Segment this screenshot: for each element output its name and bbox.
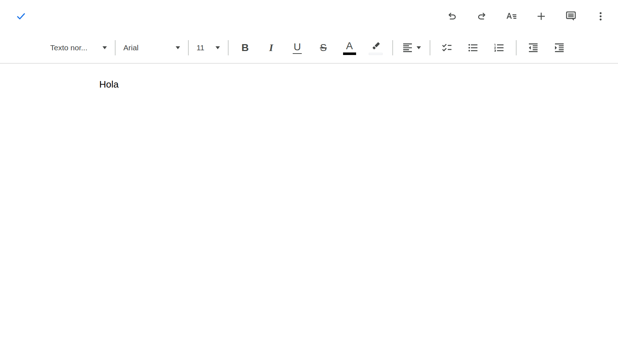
- font-value: Arial: [124, 43, 139, 52]
- formatting-toolbar: Texto nor... Arial 11 B I U S: [0, 33, 618, 64]
- comments-button[interactable]: [564, 9, 578, 24]
- outdent-icon: [527, 42, 539, 54]
- list-group: [438, 37, 508, 59]
- check-icon: [16, 11, 26, 22]
- align-dropdown[interactable]: [401, 37, 422, 59]
- underline-glyph: U: [293, 42, 301, 54]
- underline-button[interactable]: U: [289, 37, 306, 59]
- text-color-button[interactable]: A: [341, 37, 358, 59]
- toolbar-divider: [430, 40, 430, 55]
- strikethrough-button[interactable]: S: [315, 37, 332, 59]
- insert-button[interactable]: [534, 9, 548, 24]
- google-docs-editor: Texto nor... Arial 11 B I U S: [0, 0, 618, 364]
- toolbar-divider: [392, 40, 393, 55]
- highlight-color-button[interactable]: [367, 37, 384, 59]
- indent-button[interactable]: [551, 37, 568, 59]
- toolbar-divider: [188, 40, 189, 55]
- highlight-color-indicator: [369, 53, 383, 55]
- chevron-down-icon: [103, 46, 107, 49]
- text-format-icon: [506, 10, 517, 22]
- more-options-button[interactable]: [593, 9, 608, 24]
- chevron-down-icon: [216, 46, 220, 49]
- redo-icon: [476, 11, 487, 22]
- indent-icon: [554, 42, 565, 54]
- done-button[interactable]: [14, 9, 28, 24]
- outdent-button[interactable]: [525, 37, 542, 59]
- indent-group: [525, 37, 568, 59]
- bullet-list-icon: [467, 42, 479, 54]
- checklist-icon: [441, 42, 453, 54]
- undo-button[interactable]: [445, 9, 459, 24]
- chevron-down-icon: [176, 46, 180, 49]
- toolbar-divider: [516, 40, 517, 55]
- font-dropdown[interactable]: Arial: [124, 38, 180, 58]
- paragraph-style-value: Texto nor...: [50, 43, 88, 52]
- paragraph-style-dropdown[interactable]: Texto nor...: [50, 38, 107, 58]
- undo-icon: [447, 11, 458, 22]
- font-size-dropdown[interactable]: 11: [197, 38, 220, 58]
- chevron-down-icon: [417, 46, 421, 49]
- bold-button[interactable]: B: [237, 37, 254, 59]
- text-color-glyph: A: [346, 41, 353, 51]
- bullet-list-button[interactable]: [464, 37, 482, 59]
- redo-button[interactable]: [475, 9, 489, 24]
- align-left-icon: [402, 42, 413, 54]
- format-button[interactable]: [504, 9, 519, 24]
- numbered-list-icon: [493, 42, 505, 54]
- toolbar-divider: [228, 40, 229, 55]
- italic-button[interactable]: I: [263, 37, 280, 59]
- checklist-button[interactable]: [438, 37, 456, 59]
- text-style-group: B I U S A: [237, 37, 384, 59]
- highlighter-icon: [370, 41, 381, 52]
- kebab-menu-icon: [595, 11, 606, 22]
- text-color-indicator: [343, 52, 356, 55]
- toolbar-divider: [115, 40, 116, 55]
- italic-glyph: I: [269, 42, 273, 53]
- plus-icon: [536, 11, 547, 22]
- strikethrough-glyph: S: [320, 42, 327, 53]
- top-actions: [445, 9, 608, 24]
- top-app-bar: [0, 0, 618, 33]
- bold-glyph: B: [241, 42, 249, 53]
- comment-icon: [565, 10, 577, 22]
- font-size-value: 11: [197, 43, 205, 52]
- numbered-list-button[interactable]: [490, 37, 508, 59]
- document-text[interactable]: Hola: [99, 78, 118, 90]
- document-canvas[interactable]: Hola: [0, 64, 618, 364]
